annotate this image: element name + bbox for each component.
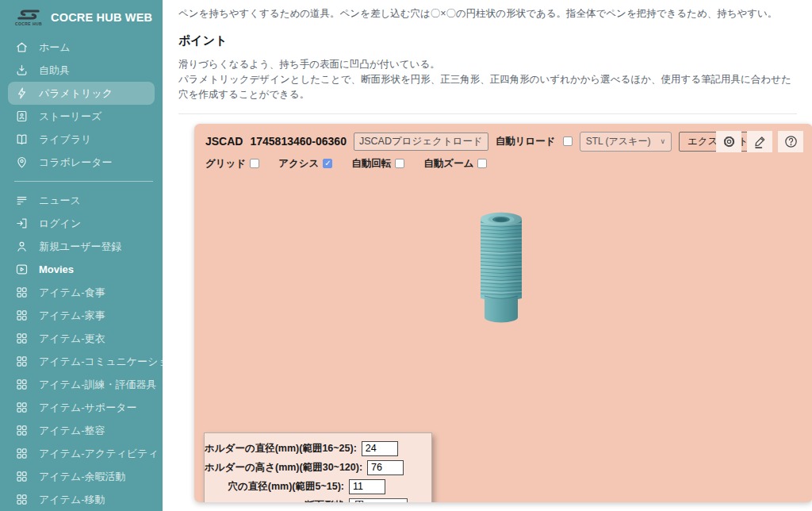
auto-reload-label: 自動リロード: [496, 135, 556, 148]
sidebar-item-label: アイテム-アクティビティ: [39, 447, 159, 461]
sidebar-item-label: アイテム-家事: [39, 309, 105, 323]
download-icon: [15, 63, 29, 77]
sidebar-item-login[interactable]: ログイン: [8, 212, 155, 235]
user-icon: [15, 240, 29, 253]
pencil-icon: [753, 134, 768, 149]
grid-icon: [15, 470, 29, 483]
grid-icon: [15, 309, 29, 322]
sidebar-item-library[interactable]: ライブラリ: [8, 128, 155, 151]
stories-icon: [15, 110, 29, 123]
sidebar-item-movies[interactable]: Movies: [8, 258, 155, 281]
axis-checkbox[interactable]: [323, 159, 332, 168]
movie-icon: [15, 263, 29, 276]
sidebar-item-selfhelp-tools[interactable]: 自助具: [8, 59, 155, 82]
help-button[interactable]: [778, 131, 803, 152]
sidebar-item-label: ニュース: [39, 194, 81, 208]
sidebar-item-items-communication[interactable]: アイテム-コミュニケーション: [8, 350, 155, 373]
sidebar-item-label: アイテム-食事: [39, 286, 105, 300]
settings-button[interactable]: [716, 131, 741, 152]
holder-diameter-label: ホルダーの直径(mm)(範囲16~25):: [205, 442, 362, 455]
news-icon: [15, 194, 29, 207]
grid-icon: [15, 332, 29, 345]
export-format-value: STL (アスキー): [586, 135, 651, 148]
sidebar-item-label: アイテム-サポーター: [39, 401, 136, 415]
grid-label: グリッド: [205, 157, 246, 171]
home-icon: [15, 40, 29, 54]
sidebar-item-label: コラボレーター: [39, 156, 113, 170]
sidebar-item-register[interactable]: 新規ユーザー登録: [8, 235, 155, 258]
sidebar-item-items-activity[interactable]: アイテム-アクティビティ: [8, 442, 155, 465]
grid-checkbox[interactable]: [250, 159, 259, 168]
cocre-hub-logo-icon: COCRE HUB: [13, 9, 44, 26]
load-project-button[interactable]: JSCADプロジェクトロード: [354, 133, 488, 151]
jscad-viewer-card: JSCAD1745813460-06360 JSCADプロジェクトロード 自動リ…: [194, 124, 812, 502]
sidebar-item-items-supporter[interactable]: アイテム-サポーター: [8, 396, 155, 419]
holder-height-input[interactable]: [367, 460, 404, 475]
sidebar-item-label: ストーリーズ: [39, 110, 102, 124]
grid-icon: [15, 355, 29, 368]
auto-rotate-toggle: 自動回転: [351, 157, 404, 171]
sidebar-item-home[interactable]: ホーム: [8, 36, 155, 59]
auto-rotate-checkbox[interactable]: [395, 159, 404, 168]
3d-canvas[interactable]: ホルダーの直径(mm)(範囲16~25): ホルダーの高さ(mm)(範囲30~1…: [194, 173, 812, 502]
sidebar-item-label: アイテム-コミュニケーション: [39, 355, 163, 369]
sidebar-item-label: ログイン: [39, 217, 81, 231]
grid-icon: [15, 447, 29, 460]
question-icon: [783, 134, 799, 149]
main-content: ペンを持ちやすくするための道具。ペンを差し込む穴は〇×〇の円柱状の形状である。指…: [163, 0, 812, 511]
holder-height-label: ホルダーの高さ(mm)(範囲30~120):: [205, 461, 367, 474]
sidebar-item-label: アイテム-更衣: [39, 332, 105, 346]
chevron-down-icon: ∨: [660, 137, 665, 145]
sidebar-item-label: アイテム-移動: [39, 493, 105, 507]
app-logo[interactable]: COCRE HUB COCRE HUB WEB: [0, 0, 163, 33]
viewer-title: JSCAD1745813460-06360: [205, 135, 347, 148]
grid-icon: [15, 493, 29, 506]
axis-label: アクシス: [278, 157, 319, 171]
sidebar-item-items-grooming[interactable]: アイテム-整容: [8, 419, 155, 442]
auto-zoom-checkbox[interactable]: [477, 159, 487, 168]
sidebar-item-collaborators[interactable]: コラボレーター: [8, 151, 155, 174]
sidebar-item-label: パラメトリック: [39, 86, 113, 101]
sidebar-item-items-meal[interactable]: アイテム-食事: [8, 281, 155, 304]
sidebar-item-items-dressing[interactable]: アイテム-更衣: [8, 327, 155, 350]
grid-icon: [15, 286, 29, 299]
content-divider: [178, 113, 797, 114]
app-title: COCRE HUB WEB: [51, 11, 152, 24]
sidebar-item-items-leisure[interactable]: アイテム-余暇活動: [8, 465, 155, 488]
cross-section-value: 円: [354, 499, 365, 502]
sidebar-item-items-mobility[interactable]: アイテム-移動: [8, 488, 155, 511]
sidebar-item-parametric[interactable]: パラメトリック: [8, 82, 155, 105]
axis-toggle: アクシス: [278, 157, 332, 171]
holder-diameter-input[interactable]: [362, 441, 398, 456]
gear-icon: [722, 134, 737, 149]
sidebar-item-label: 新規ユーザー登録: [39, 240, 122, 254]
pin-icon: [15, 156, 29, 169]
sidebar-item-label: アイテム-余暇活動: [39, 470, 126, 484]
sidebar-item-items-training[interactable]: アイテム-訓練・評価器具: [8, 373, 155, 396]
sidebar-item-label: ライブラリ: [39, 133, 92, 147]
sidebar-item-label: Movies: [39, 263, 74, 275]
parameter-panel: ホルダーの直径(mm)(範囲16~25): ホルダーの高さ(mm)(範囲30~1…: [204, 432, 432, 502]
project-id: 1745813460-06360: [250, 135, 346, 148]
sidebar-item-label: アイテム-整容: [39, 424, 105, 438]
point-text-line1: 滑りづらくなるよう、持ち手の表面に凹凸が付いている。: [178, 57, 795, 72]
item-description: ペンを持ちやすくするための道具。ペンを差し込む穴は〇×〇の円柱状の形状である。指…: [178, 6, 801, 21]
sidebar-item-label: アイテム-訓練・評価器具: [39, 378, 157, 392]
sidebar-item-items-housework[interactable]: アイテム-家事: [8, 304, 155, 327]
sidebar-item-stories[interactable]: ストーリーズ: [8, 105, 155, 128]
hole-diameter-input[interactable]: [349, 479, 385, 494]
auto-reload-checkbox[interactable]: [563, 136, 573, 146]
sidebar-item-news[interactable]: ニュース: [8, 189, 155, 212]
export-format-select[interactable]: STL (アスキー) ∨: [580, 132, 672, 152]
auto-rotate-label: 自動回転: [351, 157, 391, 171]
cross-section-select[interactable]: 円 ∨: [349, 498, 408, 502]
grid-icon: [15, 378, 29, 391]
sidebar-item-label: 自助具: [39, 63, 70, 78]
point-text-line2: パラメトリックデザインとしたことで、断面形状を円形、正三角形、正四角形のいずれか…: [178, 72, 795, 102]
grid-toggle: グリッド: [205, 157, 259, 171]
cross-section-label: 断面形状: [205, 499, 349, 502]
bolt-icon: [15, 86, 29, 100]
grid-icon: [15, 401, 29, 414]
pen-holder-3d-model: [478, 209, 524, 328]
edit-button[interactable]: [747, 131, 772, 152]
